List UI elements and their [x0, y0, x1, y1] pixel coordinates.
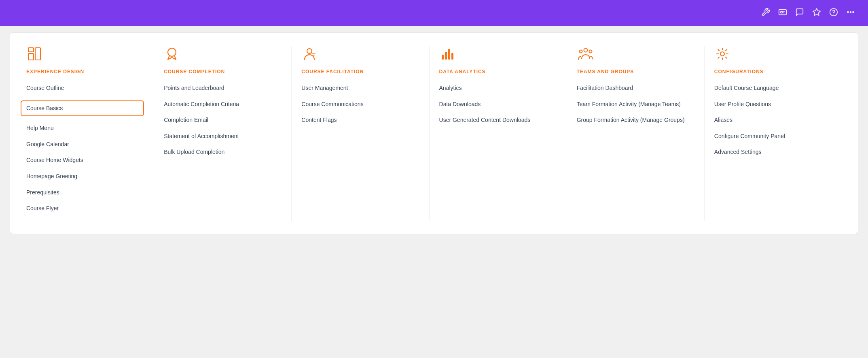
- layout-icon: [26, 46, 42, 64]
- svg-rect-17: [448, 49, 450, 60]
- ribbon-icon: [164, 46, 180, 64]
- top-header: [0, 0, 868, 26]
- menu-item-user-profile-questions[interactable]: User Profile Questions: [714, 100, 832, 109]
- menu-item-prerequisites[interactable]: Prerequisites: [26, 189, 144, 197]
- menu-item-course-basics[interactable]: Course Basics: [21, 100, 144, 117]
- svg-point-5: [847, 11, 849, 13]
- svg-point-12: [307, 49, 312, 53]
- column-header-teams-groups: TEAMS AND GROUPS: [577, 46, 694, 75]
- svg-point-11: [168, 48, 176, 56]
- svg-marker-2: [813, 8, 820, 15]
- menu-item-auto-completion[interactable]: Automatic Completion Criteria: [164, 100, 282, 109]
- menu-item-aliases[interactable]: Aliases: [714, 116, 832, 124]
- column-header-configurations: CONFIGURATIONS: [714, 46, 832, 75]
- svg-point-7: [853, 11, 854, 13]
- column-title-course-facilitation: COURSE FACILITATION: [301, 69, 364, 75]
- svg-rect-8: [28, 48, 34, 52]
- svg-point-6: [850, 11, 851, 13]
- star-icon[interactable]: [812, 8, 821, 19]
- menu-item-course-home-widgets[interactable]: Course Home Widgets: [26, 156, 144, 164]
- menu-item-google-calendar[interactable]: Google Calendar: [26, 141, 144, 149]
- gear-icon: [714, 46, 730, 64]
- chart-icon: [439, 46, 455, 64]
- wrench-icon[interactable]: [761, 8, 770, 19]
- svg-rect-16: [445, 52, 447, 60]
- menu-item-bulk-upload[interactable]: Bulk Upload Completion: [164, 148, 282, 156]
- menu-card: EXPERIENCE DESIGN Course Outline Course …: [10, 32, 858, 234]
- menu-item-facilitation-dashboard[interactable]: Facilitation Dashboard: [577, 84, 694, 92]
- column-experience-design: EXPERIENCE DESIGN Course Outline Course …: [26, 46, 154, 221]
- id-card-icon[interactable]: [778, 8, 787, 19]
- menu-item-course-outline[interactable]: Course Outline: [26, 84, 144, 92]
- menu-item-configure-community-panel[interactable]: Configure Community Panel: [714, 132, 832, 141]
- column-course-facilitation: COURSE FACILITATION User Management Cour…: [292, 46, 429, 221]
- svg-point-1: [781, 11, 783, 13]
- column-header-course-facilitation: COURSE FACILITATION: [301, 46, 419, 75]
- menu-item-homepage-greeting[interactable]: Homepage Greeting: [26, 173, 144, 181]
- menu-item-course-flyer[interactable]: Course Flyer: [26, 205, 144, 213]
- column-header-data-analytics: DATA ANALYTICS: [439, 46, 557, 75]
- column-course-completion: COURSE COMPLETION Points and Leaderboard…: [154, 46, 292, 221]
- svg-point-22: [720, 52, 724, 56]
- column-title-data-analytics: DATA ANALYTICS: [439, 69, 486, 75]
- menu-item-help-menu[interactable]: Help Menu: [26, 124, 144, 132]
- svg-rect-9: [28, 53, 34, 60]
- svg-point-20: [579, 50, 582, 53]
- column-title-teams-groups: TEAMS AND GROUPS: [577, 69, 634, 75]
- menu-item-ugc-downloads[interactable]: User Generated Content Downloads: [439, 116, 557, 124]
- menu-item-default-course-language[interactable]: Default Course Language: [714, 84, 832, 92]
- help-icon[interactable]: [829, 8, 838, 19]
- menu-item-advanced-settings[interactable]: Advanced Settings: [714, 148, 832, 156]
- menu-item-content-flags[interactable]: Content Flags: [301, 116, 419, 124]
- menu-item-team-formation[interactable]: Team Formation Activity (Manage Teams): [577, 100, 694, 109]
- svg-rect-18: [451, 53, 453, 60]
- chat-icon[interactable]: [795, 8, 804, 19]
- svg-rect-15: [442, 55, 444, 60]
- svg-point-19: [584, 49, 587, 52]
- menu-item-points-leaderboard[interactable]: Points and Leaderboard: [164, 84, 282, 92]
- person-icon: [301, 46, 318, 64]
- menu-item-statement-accomplishment[interactable]: Statement of Accomplishment: [164, 132, 282, 141]
- column-header-course-completion: COURSE COMPLETION: [164, 46, 282, 75]
- menu-item-user-management[interactable]: User Management: [301, 84, 419, 92]
- menu-item-course-communications[interactable]: Course Communications: [301, 100, 419, 109]
- menu-item-analytics[interactable]: Analytics: [439, 84, 557, 92]
- column-data-analytics: DATA ANALYTICS Analytics Data Downloads …: [430, 46, 567, 221]
- column-header-experience-design: EXPERIENCE DESIGN: [26, 46, 144, 75]
- column-title-course-completion: COURSE COMPLETION: [164, 69, 225, 75]
- column-title-configurations: CONFIGURATIONS: [714, 69, 764, 75]
- menu-item-completion-email[interactable]: Completion Email: [164, 116, 282, 124]
- menu-item-data-downloads[interactable]: Data Downloads: [439, 100, 557, 109]
- menu-item-group-formation[interactable]: Group Formation Activity (Manage Groups): [577, 116, 694, 124]
- svg-rect-10: [35, 48, 40, 60]
- team-icon: [577, 46, 595, 64]
- more-icon[interactable]: [846, 8, 855, 19]
- column-configurations: CONFIGURATIONS Default Course Language U…: [705, 46, 842, 221]
- column-title-experience-design: EXPERIENCE DESIGN: [26, 69, 84, 75]
- column-teams-groups: TEAMS AND GROUPS Facilitation Dashboard …: [567, 46, 705, 221]
- svg-point-21: [589, 50, 592, 53]
